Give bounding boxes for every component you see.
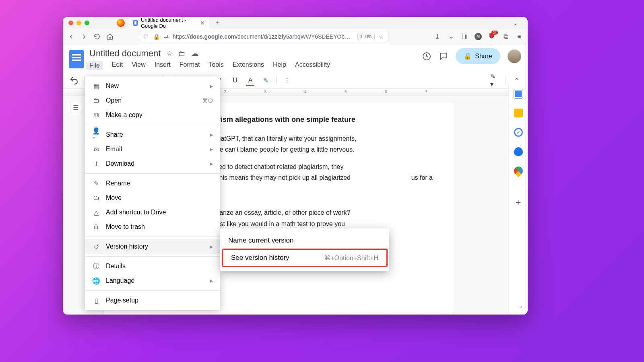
mail-icon: ✉ [92,145,100,153]
toolbar-extensions: ⤓ ⌄ ⫿⫿ M ⛊24 ⧉ ≡ [433,33,523,40]
version-history-submenu: Name current version See version history… [220,228,389,271]
window-close[interactable] [68,21,73,25]
submenu-arrow-icon: ▶ [210,132,213,138]
doc-icon: ▤ [92,82,100,90]
title-bar: Untitled document - Google Do ✕ + ⌄ [63,17,528,29]
url-text: https://docs.google.com/document/d/1zzIz… [173,33,351,40]
comments-icon[interactable] [439,51,448,61]
forward-button[interactable] [80,33,88,40]
drive-shortcut-icon: △ [92,208,100,216]
menu-extensions[interactable]: Extensions [233,61,264,70]
account-icon[interactable]: M [475,33,482,40]
side-panel-collapse-icon[interactable]: › [520,303,522,310]
docs-favicon-icon [133,20,138,26]
firefox-logo-icon [117,19,125,27]
undo-button[interactable] [69,76,79,85]
keep-icon[interactable] [514,109,523,117]
zoom-indicator[interactable]: 110% [357,33,375,40]
menu-edit[interactable]: Edit [112,61,123,70]
menu-open[interactable]: 🗀 Open ⌘O [85,93,220,108]
text-color-button[interactable]: A [246,76,255,85]
hamburger-menu-icon[interactable]: ≡ [516,33,523,40]
submenu-arrow-icon: ▶ [210,161,213,167]
menu-view[interactable]: View [132,61,145,70]
trash-icon: 🗑 [92,223,100,231]
tab-title: Untitled document - Google Do [141,17,197,29]
star-icon[interactable]: ☆ [166,49,173,58]
submenu-see-history[interactable]: See version history ⌘+Option+Shift+H [222,249,388,267]
editing-mode-button[interactable]: ✎ ▾ [490,76,500,85]
move-icon: 🗀 [92,194,100,202]
file-menu: ▤ New ▶ 🗀 Open ⌘O ⧉ Make a copy 👤⁺ Share… [85,76,220,310]
share-label: Share [475,53,492,60]
pencil-icon: ✎ [92,179,100,187]
calendar-icon[interactable] [514,89,523,98]
contacts-icon[interactable] [514,147,523,156]
save-pocket-icon[interactable]: ⤓ [433,33,441,40]
home-button[interactable] [106,33,114,40]
side-panel: + › [508,83,528,315]
add-addon-button[interactable]: + [515,197,521,208]
globe-icon: 🌐 [92,277,100,285]
menu-trash[interactable]: 🗑 Move to trash [85,220,220,234]
new-tab-button[interactable]: + [213,19,223,27]
submenu-arrow-icon: ▶ [210,278,213,284]
menu-help[interactable]: Help [273,61,286,70]
tracking-icon: ⇄ [164,33,169,40]
highlight-button[interactable]: ✎ [261,76,270,85]
back-button[interactable] [68,33,75,40]
address-bar[interactable]: 🛡 🔒 ⇄ https://docs.google.com/document/d… [139,31,388,42]
shortcut-label: ⌘+Option+Shift+H [324,254,378,262]
menu-new[interactable]: ▤ New ▶ [85,79,220,93]
copy-icon: ⧉ [92,111,100,119]
bookmark-star-icon[interactable]: ☆ [379,33,384,40]
menu-format[interactable]: Format [180,61,200,70]
menu-add-shortcut[interactable]: △ Add shortcut to Drive [85,205,220,220]
page-icon: ▯ [92,296,100,304]
menubar: File Edit View Insert Format Tools Exten… [89,61,416,70]
window-minimize[interactable] [76,21,81,25]
tab-close-icon[interactable]: ✕ [200,20,205,26]
menu-download[interactable]: ⤓ Download ▶ [85,156,220,171]
menu-accessibility[interactable]: Accessibility [295,61,330,70]
pocket-icon[interactable]: ⌄ [447,33,454,40]
menu-details[interactable]: ⓘ Details [85,259,220,274]
share-button[interactable]: 🔒 Share [456,48,500,64]
profile-avatar[interactable] [508,49,521,63]
reload-button[interactable] [93,33,101,40]
maps-icon[interactable] [512,165,524,177]
tabs-overflow-icon[interactable]: ⌄ [509,20,522,26]
menu-page-setup[interactable]: ▯ Page setup [85,293,220,308]
menu-language[interactable]: 🌐 Language ▶ [85,274,220,288]
cloud-status-icon[interactable]: ☁ [191,49,198,58]
shield-icon: 🛡 [143,33,149,40]
window-maximize[interactable] [85,21,89,25]
menu-email[interactable]: ✉ Email ▶ [85,142,220,156]
menu-file[interactable]: File [86,61,103,70]
menu-version-history[interactable]: ↺ Version history ▶ [85,239,220,254]
menu-make-copy[interactable]: ⧉ Make a copy [85,108,220,122]
menu-tools[interactable]: Tools [208,61,223,70]
extensions-icon[interactable]: ⧉ [502,33,509,40]
tasks-icon[interactable] [514,128,523,137]
lock-icon: 🔒 [464,52,472,60]
history-icon: ↺ [92,243,100,251]
outline-toggle-button[interactable]: ☰ [70,102,81,113]
menu-rename[interactable]: ✎ Rename [85,176,220,191]
menu-share[interactable]: 👤⁺ Share ▶ [85,128,220,142]
menu-move[interactable]: 🗀 Move [85,191,220,205]
menu-insert[interactable]: Insert [155,61,171,70]
ublock-icon[interactable]: ⛊24 [488,33,495,40]
submenu-arrow-icon: ▶ [210,244,213,249]
library-icon[interactable]: ⫿⫿ [461,33,468,40]
folder-icon: 🗀 [92,97,100,105]
underline-button[interactable]: U [230,76,240,85]
docs-logo-icon[interactable] [69,50,84,68]
url-bar: 🛡 🔒 ⇄ https://docs.google.com/document/d… [63,29,528,44]
submenu-arrow-icon: ▶ [210,147,213,152]
more-format-button[interactable]: ⋮ [282,76,292,85]
document-title[interactable]: Untitled document [89,48,161,59]
submenu-name-current[interactable]: Name current version [220,232,389,249]
history-icon[interactable] [422,51,431,61]
move-folder-icon[interactable]: 🗀 [178,49,186,58]
